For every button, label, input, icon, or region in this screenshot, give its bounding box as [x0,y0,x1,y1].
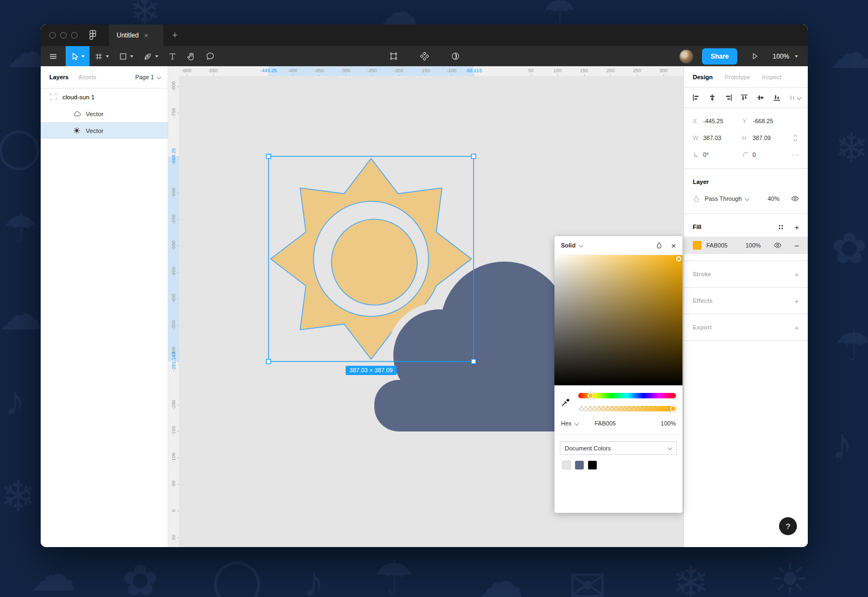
window-close-button[interactable] [49,32,56,39]
ruler-tick-label: -100 [446,68,456,73]
edit-object-button[interactable] [384,46,403,66]
constrain-proportions-toggle[interactable] [792,134,799,142]
background-doodle-icon: ◯ [0,128,41,167]
window-minimize-button[interactable] [60,32,67,39]
layer-opacity-field[interactable]: 40% [768,195,780,202]
pen-tool-icon [143,52,152,61]
layer-section: Layer Pass Through 40% [684,169,808,214]
hue-handle[interactable] [588,392,594,399]
move-tool-button[interactable] [66,46,90,66]
saturation-value-area[interactable] [554,255,682,385]
hand-tool-button[interactable] [182,46,201,66]
main-menu-button[interactable] [41,46,66,66]
ruler-tick-label: -550 [171,214,176,224]
sv-handle[interactable] [676,256,681,262]
tab-assets[interactable]: Assets [78,74,96,80]
tab-bar: Untitled × + [41,24,808,46]
align-vertical-center-button[interactable] [756,93,765,102]
zoom-level-dropdown[interactable]: 100% [773,53,798,60]
ruler-tick-label: 50 [528,68,534,73]
page-selector[interactable]: Page 1 [135,74,161,80]
opacity-handle[interactable] [670,405,676,412]
add-stroke-button[interactable]: + [794,270,799,279]
document-color-swatch[interactable] [562,461,571,469]
frame-tool-button[interactable] [90,46,114,66]
fill-color-swatch[interactable] [693,241,701,250]
h-value: 387.09 [752,135,771,141]
comment-tool-button[interactable] [201,46,220,66]
ruler-tick [663,74,664,76]
y-position-field[interactable]: Y -668.25 [743,118,793,124]
blend-mode-value: Pass Through [705,195,742,202]
more-options-button[interactable]: ··· [792,151,799,158]
align-right-button[interactable] [724,93,733,102]
x-position-field[interactable]: X -445.25 [693,118,743,124]
blend-mode-icon[interactable] [656,242,662,249]
present-button[interactable] [746,46,764,66]
tab-prototype[interactable]: Prototype [725,74,750,80]
tab-layers[interactable]: Layers [49,74,68,80]
layer-row-sun-vector[interactable]: Vector [41,122,168,139]
tab-untitled[interactable]: Untitled × [109,24,163,46]
document-color-swatch[interactable] [575,461,584,469]
color-library-dropdown[interactable]: Document Colors [560,441,677,455]
layer-row-cloud-vector[interactable]: Vector [41,105,168,122]
document-color-swatch[interactable] [588,461,597,469]
tab-close-icon[interactable]: × [144,31,149,40]
y-value: -668.25 [753,118,773,124]
eyedropper-button[interactable] [561,397,571,407]
align-bottom-button[interactable] [773,93,781,102]
share-button[interactable]: Share [702,48,737,65]
distribute-menu-button[interactable] [789,93,801,102]
ruler-tick [558,74,558,76]
background-doodle-icon: ☀ [770,558,809,597]
fill-visibility-toggle[interactable] [774,242,782,249]
figma-logo-icon[interactable] [85,24,109,46]
fill-opacity-field[interactable]: 100% [745,242,761,249]
sun-shape-icon [73,127,81,134]
add-fill-button[interactable]: + [794,223,799,232]
new-tab-button[interactable]: + [163,24,187,46]
corner-radius-field[interactable]: 0 [742,151,792,158]
avatar[interactable] [679,49,693,63]
tab-inspect[interactable]: Inspect [762,74,781,80]
frame-tool-icon [94,52,103,61]
help-button[interactable]: ? [779,517,797,535]
color-format-dropdown[interactable]: Hex [561,420,595,427]
width-field[interactable]: W 387.03 [693,135,742,141]
blend-mode-dropdown[interactable]: Pass Through [705,195,749,202]
pen-tool-button[interactable] [138,46,163,66]
ruler-tick-label: -300 [341,68,350,73]
window-zoom-button[interactable] [71,32,78,39]
fill-hex-field[interactable]: FAB005 [706,242,727,249]
rotation-field[interactable]: 0° [693,151,742,158]
remove-fill-button[interactable]: − [794,241,799,250]
opacity-slider[interactable] [578,406,676,411]
align-top-button[interactable] [740,93,749,102]
fill-row[interactable]: FAB005 100% − [684,237,808,254]
add-effect-button[interactable]: + [794,296,799,306]
hex-input[interactable]: FAB005 [595,420,648,427]
styles-icon[interactable] [777,224,784,231]
align-horizontal-center-button[interactable] [708,93,717,102]
hue-slider[interactable] [578,393,676,398]
create-component-button[interactable] [415,46,434,66]
opacity-input[interactable]: 100% [661,420,676,427]
close-icon[interactable]: × [671,241,676,250]
add-export-button[interactable]: + [794,323,799,332]
ruler-tick [584,74,585,76]
tab-design[interactable]: Design [693,74,713,80]
align-left-button[interactable] [692,93,700,102]
layer-name: Vector [86,128,104,134]
layer-row-frame[interactable]: cloud-sun 1 [41,88,168,105]
ruler-tick [177,156,179,157]
text-tool-button[interactable] [163,46,182,66]
eye-icon [774,242,782,249]
layer-visibility-toggle[interactable] [791,195,799,202]
shape-tool-button[interactable] [114,46,138,66]
height-field[interactable]: H 387.09 [742,135,792,141]
use-as-mask-button[interactable] [446,46,465,66]
ruler-tick-label: -600 [182,68,192,73]
ruler-tick-label: 200 [607,68,615,73]
paint-type-dropdown[interactable]: Solid [561,242,576,249]
